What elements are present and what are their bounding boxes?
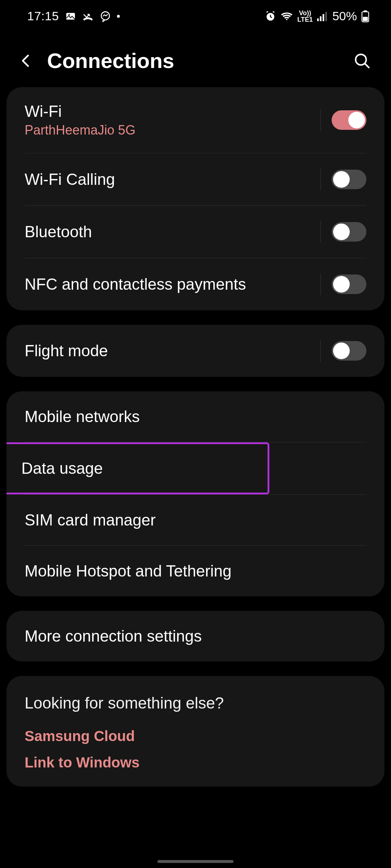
link-link-to-windows[interactable]: Link to Windows: [7, 749, 384, 776]
flight-mode-toggle[interactable]: [332, 341, 366, 361]
row-nfc[interactable]: NFC and contactless payments: [7, 258, 384, 310]
row-bluetooth[interactable]: Bluetooth: [7, 206, 384, 258]
battery-percent: 50%: [332, 9, 357, 23]
wifi-icon: [281, 11, 293, 22]
missed-call-icon: [82, 10, 94, 22]
suggestions-title: Looking for something else?: [7, 676, 384, 723]
bluetooth-toggle[interactable]: [332, 222, 366, 242]
row-title: NFC and contactless payments: [25, 275, 317, 293]
row-wifi[interactable]: Wi-Fi ParthHeemaJio 5G: [7, 87, 384, 153]
toggle-separator: [320, 109, 321, 131]
toggle-separator: [320, 221, 321, 243]
svg-rect-9: [363, 10, 367, 12]
picture-icon: [65, 10, 76, 22]
row-more-connection-settings[interactable]: More connection settings: [7, 611, 384, 661]
row-text: Wi-Fi ParthHeemaJio 5G: [25, 102, 317, 138]
svg-rect-4: [317, 18, 319, 21]
home-indicator[interactable]: [157, 860, 234, 863]
status-left: 17:15: [27, 9, 120, 23]
row-mobile-networks[interactable]: Mobile networks: [7, 391, 384, 442]
more-notifications-dot: [117, 15, 120, 18]
back-button[interactable]: [18, 53, 40, 69]
svg-rect-0: [66, 13, 75, 20]
svg-rect-7: [325, 12, 327, 21]
toggle-separator: [320, 273, 321, 295]
group-flight-mode: Flight mode: [7, 325, 384, 377]
clock: 17:15: [27, 9, 59, 23]
row-flight-mode[interactable]: Flight mode: [7, 325, 384, 377]
page-header: Connections: [0, 30, 391, 87]
svg-rect-6: [323, 14, 324, 21]
messenger-icon: [100, 10, 111, 22]
status-right: Vo))LTE1 50%: [265, 9, 369, 23]
row-title: Flight mode: [25, 342, 317, 360]
page-title: Connections: [47, 48, 351, 73]
svg-rect-5: [320, 16, 321, 21]
row-title: Bluetooth: [25, 223, 317, 241]
svg-rect-10: [363, 17, 368, 21]
battery-icon: [361, 10, 369, 22]
row-title: Wi-Fi Calling: [25, 170, 317, 188]
svg-point-1: [68, 14, 70, 16]
group-connections-main: Wi-Fi ParthHeemaJio 5G Wi-Fi Calling Blu…: [7, 87, 384, 310]
row-title: Wi-Fi: [25, 102, 317, 120]
group-mobile: Mobile networks Data usage SIM card mana…: [7, 391, 384, 596]
signal-icon: [317, 11, 328, 21]
row-title: SIM card manager: [25, 511, 366, 529]
row-wifi-calling[interactable]: Wi-Fi Calling: [7, 153, 384, 205]
nfc-toggle[interactable]: [332, 275, 366, 294]
row-title: More connection settings: [25, 627, 366, 645]
wifi-calling-toggle[interactable]: [332, 170, 366, 189]
search-icon: [353, 52, 371, 70]
row-data-usage[interactable]: Data usage: [7, 442, 269, 494]
wifi-network-name: ParthHeemaJio 5G: [25, 123, 317, 138]
row-title: Mobile Hotspot and Tethering: [25, 562, 366, 580]
wifi-toggle[interactable]: [332, 110, 366, 130]
link-samsung-cloud[interactable]: Samsung Cloud: [7, 723, 384, 749]
chevron-left-icon: [18, 53, 34, 69]
svg-line-12: [365, 63, 369, 67]
row-title: Data usage: [21, 459, 249, 477]
row-sim-card-manager[interactable]: SIM card manager: [7, 495, 384, 545]
group-suggestions: Looking for something else? Samsung Clou…: [7, 676, 384, 787]
volte-icon: Vo))LTE1: [297, 10, 313, 23]
alarm-icon: [265, 10, 276, 22]
toggle-separator: [320, 340, 321, 362]
group-more-settings: More connection settings: [7, 611, 384, 661]
status-bar: 17:15 Vo))LTE1 50%: [0, 0, 391, 30]
row-hotspot-tethering[interactable]: Mobile Hotspot and Tethering: [7, 546, 384, 596]
toggle-separator: [320, 169, 321, 190]
search-button[interactable]: [351, 52, 373, 70]
row-title: Mobile networks: [25, 408, 366, 426]
settings-content: Wi-Fi ParthHeemaJio 5G Wi-Fi Calling Blu…: [0, 87, 391, 787]
